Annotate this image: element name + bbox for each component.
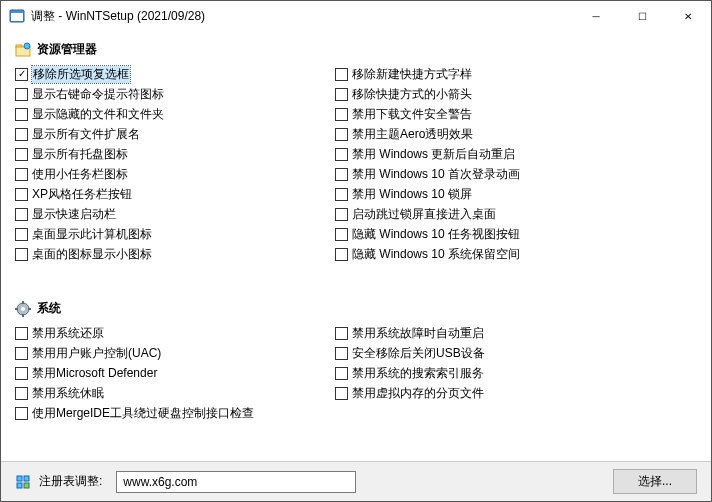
checkbox[interactable] bbox=[15, 188, 28, 201]
titlebar: 调整 - WinNTSetup (2021/09/28) ─ ☐ ✕ bbox=[1, 1, 711, 31]
checkbox[interactable] bbox=[15, 387, 28, 400]
checkbox-label: 移除新建快捷方式字样 bbox=[352, 66, 472, 83]
checkbox[interactable] bbox=[15, 108, 28, 121]
checkbox[interactable] bbox=[335, 108, 348, 121]
system-row[interactable]: 禁用系统的搜索索引服务 bbox=[335, 363, 697, 383]
checkbox-label: 隐藏 Windows 10 系统保留空间 bbox=[352, 246, 520, 263]
checkbox[interactable] bbox=[15, 128, 28, 141]
explorer-row[interactable]: 移除新建快捷方式字样 bbox=[335, 64, 697, 84]
svg-point-6 bbox=[21, 307, 25, 311]
checkbox-label: 禁用系统还原 bbox=[32, 325, 104, 342]
checkbox[interactable] bbox=[15, 248, 28, 261]
checkbox[interactable] bbox=[335, 367, 348, 380]
checkbox-label: 禁用系统休眠 bbox=[32, 385, 104, 402]
svg-rect-13 bbox=[17, 483, 22, 488]
checkbox-label: 禁用 Windows 10 锁屏 bbox=[352, 186, 472, 203]
checkbox-label: 安全移除后关闭USB设备 bbox=[352, 345, 485, 362]
checkbox-label: 桌面的图标显示小图标 bbox=[32, 246, 152, 263]
checkbox-label: 禁用系统的搜索索引服务 bbox=[352, 365, 484, 382]
checkbox-label: 禁用主题Aero透明效果 bbox=[352, 126, 473, 143]
explorer-row[interactable]: 桌面的图标显示小图标 bbox=[15, 244, 335, 264]
checkbox[interactable] bbox=[15, 148, 28, 161]
checkbox[interactable] bbox=[335, 208, 348, 221]
maximize-button[interactable]: ☐ bbox=[619, 1, 665, 31]
explorer-row[interactable]: XP风格任务栏按钮 bbox=[15, 184, 335, 204]
explorer-row[interactable]: 启动跳过锁屏直接进入桌面 bbox=[335, 204, 697, 224]
explorer-row[interactable]: 移除所选项复选框 bbox=[15, 64, 335, 84]
checkbox[interactable] bbox=[335, 68, 348, 81]
checkbox-label: 移除快捷方式的小箭头 bbox=[352, 86, 472, 103]
checkbox-label: 显示隐藏的文件和文件夹 bbox=[32, 106, 164, 123]
registry-label: 注册表调整: bbox=[39, 473, 102, 490]
explorer-row[interactable]: 隐藏 Windows 10 任务视图按钮 bbox=[335, 224, 697, 244]
system-row[interactable]: 禁用虚拟内存的分页文件 bbox=[335, 383, 697, 403]
checkbox-label: 显示所有文件扩展名 bbox=[32, 126, 140, 143]
explorer-row[interactable]: 隐藏 Windows 10 系统保留空间 bbox=[335, 244, 697, 264]
explorer-row[interactable]: 禁用主题Aero透明效果 bbox=[335, 124, 697, 144]
system-row[interactable]: 禁用系统休眠 bbox=[15, 383, 335, 403]
checkbox[interactable] bbox=[335, 228, 348, 241]
checkbox[interactable] bbox=[15, 208, 28, 221]
explorer-row[interactable]: 使用小任务栏图标 bbox=[15, 164, 335, 184]
explorer-row[interactable]: 显示所有文件扩展名 bbox=[15, 124, 335, 144]
checkbox-label: 禁用系统故障时自动重启 bbox=[352, 325, 484, 342]
explorer-row[interactable]: 禁用下载文件安全警告 bbox=[335, 104, 697, 124]
checkbox-label: 隐藏 Windows 10 任务视图按钮 bbox=[352, 226, 520, 243]
checkbox-label: 桌面显示此计算机图标 bbox=[32, 226, 152, 243]
checkbox[interactable] bbox=[15, 367, 28, 380]
minimize-button[interactable]: ─ bbox=[573, 1, 619, 31]
explorer-row[interactable]: 显示快速启动栏 bbox=[15, 204, 335, 224]
checkbox[interactable] bbox=[335, 188, 348, 201]
system-row[interactable]: 安全移除后关闭USB设备 bbox=[335, 343, 697, 363]
checkbox-label: 使用小任务栏图标 bbox=[32, 166, 128, 183]
window-title: 调整 - WinNTSetup (2021/09/28) bbox=[31, 8, 573, 25]
checkbox[interactable] bbox=[15, 228, 28, 241]
registry-icon bbox=[15, 474, 31, 490]
checkbox[interactable] bbox=[335, 347, 348, 360]
app-icon bbox=[9, 8, 25, 24]
checkbox-label: 显示快速启动栏 bbox=[32, 206, 116, 223]
registry-input[interactable] bbox=[116, 471, 356, 493]
checkbox[interactable] bbox=[15, 68, 28, 81]
explorer-row[interactable]: 禁用 Windows 10 锁屏 bbox=[335, 184, 697, 204]
checkbox[interactable] bbox=[335, 387, 348, 400]
explorer-icon bbox=[15, 42, 31, 58]
system-row[interactable]: 禁用系统还原 bbox=[15, 323, 335, 343]
system-row[interactable]: 禁用系统故障时自动重启 bbox=[335, 323, 697, 343]
explorer-row[interactable]: 显示所有托盘图标 bbox=[15, 144, 335, 164]
explorer-row[interactable]: 禁用 Windows 10 首次登录动画 bbox=[335, 164, 697, 184]
checkbox[interactable] bbox=[15, 88, 28, 101]
checkbox[interactable] bbox=[335, 168, 348, 181]
checkbox[interactable] bbox=[335, 327, 348, 340]
select-button[interactable]: 选择... bbox=[613, 469, 697, 494]
checkbox[interactable] bbox=[335, 248, 348, 261]
checkbox[interactable] bbox=[15, 347, 28, 360]
explorer-row[interactable]: 禁用 Windows 更新后自动重启 bbox=[335, 144, 697, 164]
explorer-row[interactable]: 桌面显示此计算机图标 bbox=[15, 224, 335, 244]
explorer-row[interactable]: 移除快捷方式的小箭头 bbox=[335, 84, 697, 104]
checkbox-label: 使用MergeIDE工具绕过硬盘控制接口检查 bbox=[32, 405, 254, 422]
system-row[interactable]: 禁用Microsoft Defender bbox=[15, 363, 335, 383]
explorer-row[interactable]: 显示隐藏的文件和文件夹 bbox=[15, 104, 335, 124]
checkbox-label: 禁用Microsoft Defender bbox=[32, 365, 157, 382]
close-button[interactable]: ✕ bbox=[665, 1, 711, 31]
checkbox[interactable] bbox=[335, 148, 348, 161]
explorer-row[interactable]: 显示右键命令提示符图标 bbox=[15, 84, 335, 104]
checkbox-label: 禁用虚拟内存的分页文件 bbox=[352, 385, 484, 402]
svg-rect-12 bbox=[24, 476, 29, 481]
checkbox-label: XP风格任务栏按钮 bbox=[32, 186, 132, 203]
checkbox[interactable] bbox=[335, 88, 348, 101]
checkbox[interactable] bbox=[15, 327, 28, 340]
system-row[interactable]: 使用MergeIDE工具绕过硬盘控制接口检查 bbox=[15, 403, 335, 423]
window-controls: ─ ☐ ✕ bbox=[573, 1, 711, 31]
checkbox[interactable] bbox=[15, 168, 28, 181]
svg-rect-11 bbox=[17, 476, 22, 481]
system-row[interactable]: 禁用用户账户控制(UAC) bbox=[15, 343, 335, 363]
checkbox-label: 显示右键命令提示符图标 bbox=[32, 86, 164, 103]
checkbox[interactable] bbox=[335, 128, 348, 141]
checkbox[interactable] bbox=[15, 407, 28, 420]
system-icon bbox=[15, 301, 31, 317]
explorer-section-header: 资源管理器 bbox=[15, 41, 697, 58]
checkbox-label: 显示所有托盘图标 bbox=[32, 146, 128, 163]
system-section-title: 系统 bbox=[37, 300, 61, 317]
